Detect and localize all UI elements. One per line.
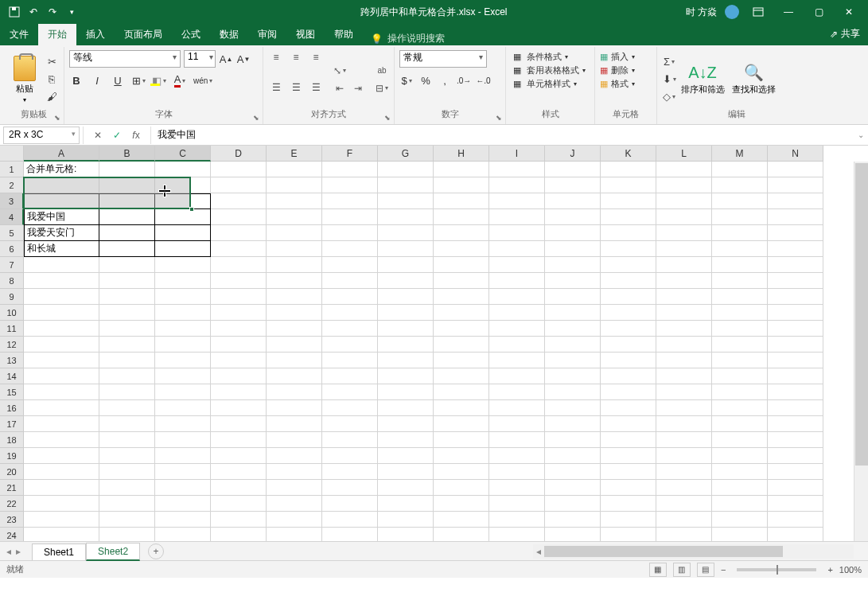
cell[interactable] — [267, 384, 322, 400]
row-header[interactable]: 17 — [0, 416, 24, 432]
col-header[interactable]: K — [601, 146, 656, 162]
cell[interactable] — [545, 289, 601, 305]
cell[interactable] — [322, 464, 378, 480]
tell-me[interactable]: 💡 操作说明搜索 — [371, 32, 445, 45]
cell[interactable] — [24, 400, 99, 416]
underline-button[interactable]: U — [111, 72, 125, 88]
cell[interactable] — [768, 384, 823, 400]
clear-icon[interactable]: ◇ — [662, 90, 676, 104]
cell[interactable] — [768, 512, 823, 528]
cell[interactable] — [712, 162, 768, 177]
share-button[interactable]: ⇗ 共享 — [830, 27, 860, 41]
cell[interactable] — [211, 337, 267, 353]
cell[interactable] — [24, 193, 99, 209]
decrease-indent-icon[interactable]: ⇤ — [332, 81, 348, 95]
row-header[interactable]: 11 — [0, 321, 24, 337]
cell[interactable] — [712, 480, 768, 496]
bold-button[interactable]: B — [69, 72, 84, 88]
cell[interactable] — [656, 209, 712, 225]
col-header[interactable]: M — [712, 146, 768, 162]
enter-formula-icon[interactable]: ✓ — [109, 130, 125, 141]
cell[interactable] — [489, 496, 545, 512]
cell[interactable] — [322, 177, 378, 193]
cell[interactable] — [211, 528, 267, 541]
cell[interactable]: 合并单元格: — [24, 162, 99, 177]
cell[interactable] — [155, 177, 211, 193]
cell[interactable] — [378, 368, 434, 384]
tab-file[interactable]: 文件 — [0, 24, 38, 45]
cell[interactable] — [768, 193, 823, 209]
row-header[interactable]: 1 — [0, 162, 24, 177]
cell[interactable] — [378, 416, 434, 432]
cell[interactable] — [99, 353, 155, 368]
cell[interactable] — [322, 432, 378, 448]
cell[interactable] — [656, 257, 712, 273]
align-center-icon[interactable]: ☰ — [288, 80, 304, 95]
cell[interactable] — [378, 209, 434, 225]
cell[interactable] — [601, 512, 656, 528]
expand-formula-icon[interactable]: ⌄ — [854, 131, 868, 139]
delete-cells-button[interactable]: ▦删除▾ — [600, 64, 652, 77]
cell[interactable] — [712, 353, 768, 368]
cell[interactable] — [378, 512, 434, 528]
tab-help[interactable]: 帮助 — [325, 24, 363, 45]
cell[interactable] — [24, 337, 99, 353]
cell[interactable] — [378, 464, 434, 480]
cell[interactable] — [489, 416, 545, 432]
col-header[interactable]: G — [378, 146, 434, 162]
selection-handle[interactable] — [189, 207, 194, 212]
cell[interactable] — [712, 528, 768, 541]
row-header[interactable]: 7 — [0, 257, 24, 273]
cell[interactable] — [267, 162, 322, 177]
cell[interactable] — [712, 496, 768, 512]
cell[interactable] — [378, 289, 434, 305]
cell[interactable] — [378, 225, 434, 241]
cell[interactable] — [99, 321, 155, 337]
tab-home[interactable]: 开始 — [38, 24, 76, 45]
cell[interactable] — [24, 496, 99, 512]
cell[interactable] — [322, 289, 378, 305]
cell[interactable] — [545, 496, 601, 512]
cell[interactable] — [712, 177, 768, 193]
cell[interactable] — [545, 464, 601, 480]
cell[interactable] — [211, 193, 267, 209]
font-name-select[interactable]: 等线 — [69, 50, 181, 68]
column-headers[interactable]: ABCDEFGHIJKLMN — [24, 146, 868, 162]
cell[interactable] — [322, 337, 378, 353]
cell[interactable] — [155, 337, 211, 353]
cell[interactable] — [211, 384, 267, 400]
row-header[interactable]: 24 — [0, 528, 24, 541]
cell[interactable] — [545, 162, 601, 177]
cell[interactable] — [545, 209, 601, 225]
cell[interactable] — [378, 353, 434, 368]
cell[interactable] — [99, 368, 155, 384]
cell[interactable] — [712, 368, 768, 384]
cell[interactable] — [768, 432, 823, 448]
align-bottom-icon[interactable]: ≡ — [308, 50, 324, 64]
cell[interactable] — [712, 257, 768, 273]
cell[interactable] — [712, 337, 768, 353]
cell[interactable] — [545, 512, 601, 528]
merge-center-button[interactable]: ⊟ — [374, 81, 390, 95]
cell[interactable] — [378, 400, 434, 416]
cell[interactable] — [155, 528, 211, 541]
cell[interactable] — [712, 400, 768, 416]
cell[interactable] — [545, 400, 601, 416]
autosum-icon[interactable]: Σ — [662, 55, 676, 69]
cell[interactable] — [434, 241, 489, 257]
cell[interactable] — [211, 416, 267, 432]
row-header[interactable]: 5 — [0, 225, 24, 241]
cell[interactable] — [24, 321, 99, 337]
cell[interactable] — [99, 337, 155, 353]
cell[interactable] — [211, 353, 267, 368]
cell[interactable] — [155, 289, 211, 305]
cell[interactable] — [768, 225, 823, 241]
next-sheet-icon[interactable]: ▸ — [16, 546, 21, 557]
tab-data[interactable]: 数据 — [210, 24, 248, 45]
cell[interactable] — [24, 305, 99, 321]
cell[interactable] — [489, 273, 545, 289]
orientation-icon[interactable]: ⤡ — [332, 64, 348, 78]
comma-format-icon[interactable]: , — [438, 72, 452, 88]
cell[interactable] — [656, 400, 712, 416]
cell[interactable] — [712, 225, 768, 241]
